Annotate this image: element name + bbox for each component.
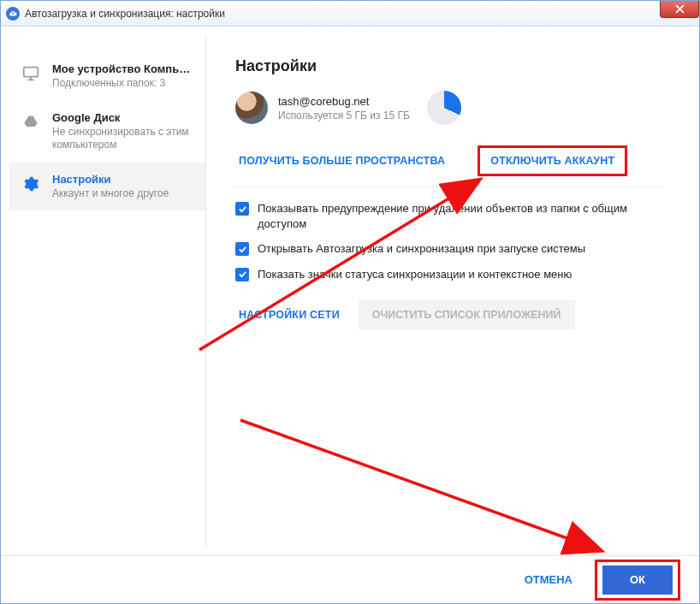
close-button[interactable] xyxy=(660,1,699,18)
main-panel: Настройки tash@corebug.net Используется … xyxy=(206,35,691,547)
app-window: Автозагрузка и синхронизация: настройки … xyxy=(0,0,700,604)
sidebar: Мое устройство Компьют.. Подключенных па… xyxy=(9,35,206,547)
checkbox-row-open-startup: Открывать Автозагрузка и синхронизация п… xyxy=(235,241,665,257)
sidebar-item-title: Мое устройство Компьют.. xyxy=(52,62,193,75)
footer: ОТМЕНА ОК xyxy=(1,555,699,603)
sidebar-item-title: Google Диск xyxy=(52,111,193,124)
monitor-icon xyxy=(21,64,40,83)
page-heading: Настройки xyxy=(235,57,665,75)
app-cloud-icon xyxy=(6,7,20,21)
checkbox-show-status[interactable] xyxy=(235,268,249,281)
window-body: Мое устройство Компьют.. Подключенных па… xyxy=(1,27,699,555)
account-email: tash@corebug.net xyxy=(278,95,410,108)
drive-icon xyxy=(21,113,40,132)
account-links-row: ПОЛУЧИТЬ БОЛЬШЕ ПРОСТРАНСТВА ОТКЛЮЧИТЬ А… xyxy=(235,145,665,176)
disconnect-account-button[interactable]: ОТКЛЮЧИТЬ АККАУНТ xyxy=(487,150,618,172)
sidebar-item-google-drive[interactable]: Google Диск Не синхронизировать с этим к… xyxy=(9,101,205,163)
sidebar-item-subtitle: Аккаунт и многое другое xyxy=(52,187,169,201)
divider xyxy=(235,187,665,187)
storage-usage-text: Используется 5 ГБ из 15 ГБ xyxy=(278,110,410,121)
checkbox-row-warn-delete: Показывать предупреждение при удалении о… xyxy=(235,201,665,231)
ok-button[interactable]: ОК xyxy=(602,566,673,595)
annotation-highlight: ОК xyxy=(595,560,680,601)
sidebar-item-title: Настройки xyxy=(52,173,169,186)
title-bar: Автозагрузка и синхронизация: настройки xyxy=(1,1,699,27)
annotation-highlight: ОТКЛЮЧИТЬ АККАУНТ xyxy=(478,145,627,176)
sidebar-item-subtitle: Не синхронизировать с этим компьютером xyxy=(52,126,193,152)
window-title: Автозагрузка и синхронизация: настройки xyxy=(25,8,225,20)
storage-pie-chart xyxy=(427,91,461,125)
account-row: tash@corebug.net Используется 5 ГБ из 15… xyxy=(235,91,665,125)
clear-apps-button[interactable]: ОЧИСТИТЬ СПИСОК ПРИЛОЖЕНИЙ xyxy=(359,300,575,329)
checkbox-open-startup[interactable] xyxy=(235,242,249,256)
avatar xyxy=(235,92,268,124)
checkbox-label: Показать значки статуса синхронизации и … xyxy=(258,267,572,282)
svg-rect-0 xyxy=(24,68,39,77)
sidebar-item-settings[interactable]: Настройки Аккаунт и многое другое xyxy=(9,163,205,211)
gear-icon xyxy=(21,175,40,193)
get-more-space-button[interactable]: ПОЛУЧИТЬ БОЛЬШЕ ПРОСТРАНСТВА xyxy=(235,145,448,176)
sidebar-item-my-device[interactable]: Мое устройство Компьют.. Подключенных па… xyxy=(9,52,205,101)
checkbox-label: Открывать Автозагрузка и синхронизация п… xyxy=(258,241,585,257)
network-settings-button[interactable]: НАСТРОЙКИ СЕТИ xyxy=(235,300,343,329)
secondary-buttons-row: НАСТРОЙКИ СЕТИ ОЧИСТИТЬ СПИСОК ПРИЛОЖЕНИ… xyxy=(235,300,665,329)
checkbox-label: Показывать предупреждение при удалении о… xyxy=(258,201,665,231)
checkbox-row-show-status: Показать значки статуса синхронизации и … xyxy=(235,267,665,282)
cancel-button[interactable]: ОТМЕНА xyxy=(525,573,572,586)
sidebar-item-subtitle: Подключенных папок: 3 xyxy=(52,77,193,91)
checkbox-warn-delete[interactable] xyxy=(235,202,249,216)
